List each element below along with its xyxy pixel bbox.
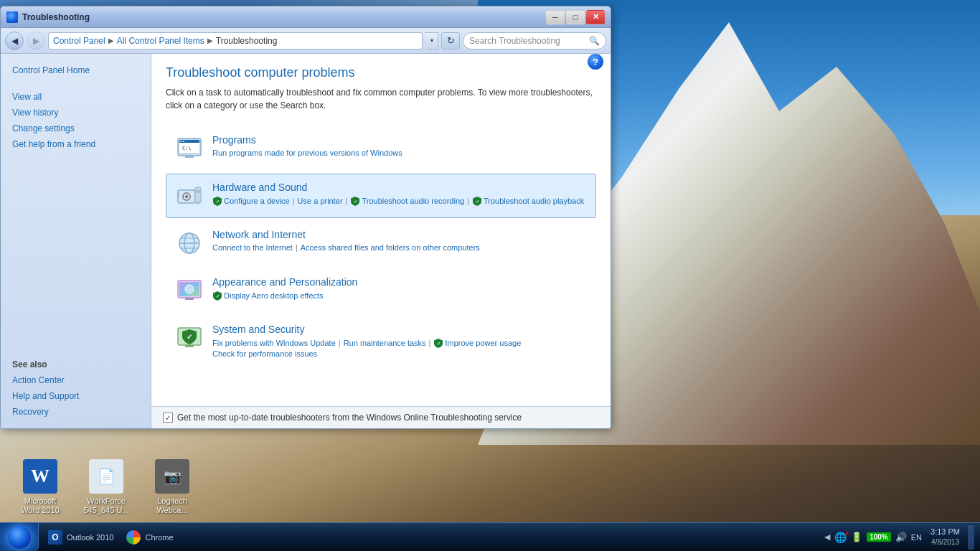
help-button[interactable]: ?	[588, 54, 603, 70]
address-dropdown[interactable]: ▾	[425, 32, 438, 50]
category-hardware[interactable]: Hardware and Sound ✓ Configure a device …	[166, 174, 596, 218]
security-icon: ✓	[175, 324, 204, 352]
breadcrumb-control-panel[interactable]: Control Panel	[53, 36, 105, 46]
network-title[interactable]: Network and Internet	[212, 229, 587, 240]
svg-point-24	[185, 285, 194, 293]
security-links: Fix problems with Windows Update | Run m…	[212, 338, 587, 358]
clock-time: 3:13 PM	[930, 527, 960, 537]
see-also-label: See also	[1, 348, 151, 372]
desktop-icon-workforce[interactable]: 📄 WorkForce545_645 U...	[80, 459, 132, 515]
security-link-power[interactable]: Improve power usage	[445, 339, 521, 347]
back-button[interactable]: ◀	[5, 32, 24, 50]
sidebar-item-view-all[interactable]: View all	[1, 89, 151, 105]
security-link-update[interactable]: Fix problems with Windows Update	[212, 339, 336, 347]
sidebar-item-view-history[interactable]: View history	[1, 105, 151, 121]
taskbar-right: ◀ 🌐x 🔋 100% 🔊 EN 3:13 PM 4/8/2013	[819, 523, 980, 551]
volume-icon: 🔊	[895, 532, 907, 542]
security-link-maintenance[interactable]: Run maintenance tasks	[344, 339, 426, 347]
category-network[interactable]: Network and Internet Connect to the Inte…	[166, 221, 596, 265]
svg-text:✓: ✓	[475, 199, 479, 204]
show-desktop-button[interactable]	[969, 525, 974, 550]
address-bar: ◀ ▶ Control Panel ▶ All Control Panel It…	[1, 28, 611, 54]
svg-rect-25	[185, 298, 194, 300]
system-tray: ◀ 🌐x 🔋 100% 🔊 EN	[824, 532, 922, 543]
category-security[interactable]: ✓ System and Security Fix problems with …	[166, 316, 596, 366]
svg-text:✓: ✓	[216, 294, 220, 298]
window-controls: ─ □ ✕	[546, 10, 605, 24]
breadcrumb-all-items[interactable]: All Control Panel Items	[117, 36, 204, 46]
hardware-link-configure[interactable]: Configure a device	[224, 197, 290, 205]
window-title: Troubleshooting	[22, 12, 546, 22]
search-box[interactable]: Search Troubleshooting 🔍	[463, 32, 606, 50]
appearance-content: Appearance and Personalization ✓ Display…	[212, 276, 587, 301]
sidebar-item-recovery[interactable]: Recovery	[1, 404, 151, 420]
search-icon[interactable]: 🔍	[589, 36, 600, 46]
forward-button[interactable]: ▶	[27, 32, 45, 50]
programs-link-1[interactable]: Run programs made for previous versions …	[212, 149, 402, 157]
taskbar-item-chrome[interactable]: Chrome	[120, 525, 179, 550]
svg-point-3	[180, 141, 182, 142]
security-content: System and Security Fix problems with Wi…	[212, 324, 587, 358]
logitech-label: LogitechWebca...	[156, 496, 187, 515]
taskbar-item-outlook[interactable]: O Outlook 2010	[42, 525, 120, 550]
window-body: Control Panel Home View all View history…	[1, 54, 611, 428]
hardware-title[interactable]: Hardware and Sound	[212, 182, 587, 193]
online-troubleshoot-checkbox-area[interactable]: ✓ Get the most up-to-date troubleshooter…	[163, 413, 522, 423]
programs-icon: C:\	[175, 134, 204, 163]
shield-icon-5: ✓	[433, 338, 443, 348]
network-links: Connect to the Internet | Access shared …	[212, 243, 587, 252]
tray-arrow[interactable]: ◀	[824, 532, 830, 542]
appearance-link-aero[interactable]: Display Aero desktop effects	[224, 291, 324, 300]
appearance-icon	[175, 276, 204, 305]
clock-area[interactable]: 3:13 PM 4/8/2013	[925, 527, 966, 547]
outlook-icon: O	[48, 530, 62, 545]
appearance-title[interactable]: Appearance and Personalization	[212, 276, 587, 288]
shield-icon-3: ✓	[472, 196, 482, 206]
sidebar-item-action-center[interactable]: Action Center	[1, 372, 151, 388]
start-orb	[8, 526, 31, 549]
minimize-button[interactable]: ─	[546, 10, 565, 24]
sidebar-item-change-settings[interactable]: Change settings	[1, 121, 151, 136]
desktop-icon-word[interactable]: W MicrosoftWord 2010	[14, 459, 66, 515]
network-link-shared[interactable]: Access shared files and folders on other…	[301, 243, 480, 252]
start-button[interactable]	[0, 523, 39, 552]
maximize-button[interactable]: □	[566, 10, 585, 24]
svg-rect-12	[177, 192, 179, 197]
breadcrumb-arrow-2: ▶	[207, 37, 213, 44]
svg-rect-2	[179, 140, 199, 143]
online-troubleshoot-checkbox[interactable]: ✓	[163, 413, 173, 423]
category-appearance[interactable]: Appearance and Personalization ✓ Display…	[166, 268, 596, 313]
desktop-icons: W MicrosoftWord 2010 📄 WorkForce545_645 …	[14, 459, 198, 515]
sidebar-item-help-support[interactable]: Help and Support	[1, 388, 151, 404]
svg-point-4	[183, 141, 184, 142]
hardware-links: ✓ Configure a device | Use a printer | ✓…	[212, 196, 587, 206]
hardware-link-playback[interactable]: Troubleshoot audio playback	[484, 197, 584, 205]
category-programs[interactable]: C:\ Programs Run programs made for previ…	[166, 126, 596, 171]
sidebar-item-control-panel-home[interactable]: Control Panel Home	[1, 62, 151, 78]
network-content: Network and Internet Connect to the Inte…	[212, 229, 587, 252]
security-title[interactable]: System and Security	[212, 324, 587, 335]
breadcrumb-arrow-1: ▶	[108, 37, 114, 44]
close-button[interactable]: ✕	[586, 10, 605, 24]
svg-text:C:\: C:\	[182, 146, 192, 151]
sidebar-item-get-help[interactable]: Get help from a friend	[1, 136, 151, 152]
svg-text:✓: ✓	[437, 342, 440, 346]
hardware-icon	[175, 182, 204, 210]
programs-title[interactable]: Programs	[212, 134, 587, 146]
clock-date: 4/8/2013	[931, 537, 959, 547]
logitech-icon: 📷	[155, 459, 189, 494]
network-link-connect[interactable]: Connect to the Internet	[212, 243, 293, 252]
taskbar-item-outlook-label: Outlook 2010	[67, 533, 113, 542]
desktop-icon-logitech[interactable]: 📷 LogitechWebca...	[146, 459, 198, 515]
network-icon	[175, 229, 204, 258]
battery-icon: 🔋	[851, 532, 862, 542]
shield-icon-1: ✓	[212, 196, 222, 206]
refresh-button[interactable]: ↻	[441, 32, 460, 50]
security-link-performance[interactable]: Check for performance issues	[212, 349, 317, 358]
breadcrumb-bar[interactable]: Control Panel ▶ All Control Panel Items …	[48, 32, 423, 50]
window-icon	[6, 11, 18, 23]
taskbar: O Outlook 2010 Chrome ◀ 🌐x 🔋 100% 🔊 EN 3…	[0, 522, 980, 551]
shield-icon-4: ✓	[212, 291, 222, 301]
hardware-link-recording[interactable]: Troubleshoot audio recording	[362, 197, 464, 205]
hardware-link-printer[interactable]: Use a printer	[298, 197, 343, 205]
